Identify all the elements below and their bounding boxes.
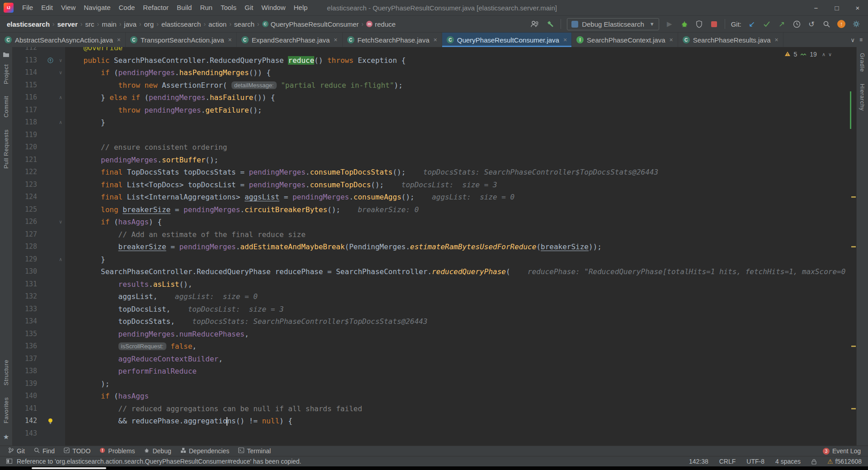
breadcrumb-item[interactable]: main (100, 19, 118, 29)
fold-marker-icon[interactable]: ∨ (56, 66, 65, 79)
close-icon[interactable]: × (563, 36, 567, 43)
editor-tab[interactable]: CAbstractSearchAsyncAction.java× (0, 33, 126, 47)
menu-file[interactable]: File (18, 0, 37, 15)
line-number[interactable]: 137 (13, 353, 44, 366)
line-number[interactable]: 136 (13, 340, 44, 353)
line-number[interactable]: 126 (13, 216, 44, 228)
line-number[interactable]: 138 (13, 365, 44, 378)
line-number[interactable]: 122 (13, 166, 44, 179)
code-text[interactable]: aggReduceContextBuilder, (65, 353, 856, 366)
breadcrumb-item[interactable]: mreduce (365, 19, 397, 29)
history-icon[interactable] (792, 19, 801, 29)
tool-window-button-find[interactable]: Find (29, 446, 59, 456)
fold-marker-icon[interactable]: ∧ (56, 253, 65, 266)
code-text[interactable]: if (hasAggs) { (65, 216, 856, 228)
code-text[interactable]: } (65, 116, 856, 129)
stop-icon[interactable] (710, 19, 719, 29)
close-icon[interactable]: × (117, 36, 121, 43)
line-number[interactable]: 141 (13, 403, 44, 415)
breadcrumb-item[interactable]: action (207, 19, 228, 29)
push-icon[interactable]: ↗ (777, 19, 786, 29)
tool-window-button-gradle[interactable]: Gradle (859, 53, 866, 72)
line-number[interactable]: 132 (13, 290, 44, 303)
warning-stripe-mark[interactable] (851, 346, 856, 347)
rollback-icon[interactable]: ↺ (807, 19, 816, 29)
chevron-up-icon[interactable]: ∧ (822, 52, 826, 57)
run-icon[interactable]: ▶ (665, 19, 674, 29)
coverage-icon[interactable] (695, 19, 704, 29)
commit-icon[interactable] (762, 19, 771, 29)
code-text[interactable]: ); (65, 378, 856, 390)
change-stripe-mark[interactable] (850, 91, 851, 129)
code-text[interactable]: results.asList(), (65, 278, 856, 291)
indent-style[interactable]: 4 spaces (775, 458, 801, 465)
line-number[interactable]: 131 (13, 278, 44, 291)
line-number[interactable]: 143 (13, 427, 44, 440)
line-number[interactable]: 139 (13, 378, 44, 390)
code-text[interactable]: final List<TopDocs> topDocsList = pendin… (65, 179, 856, 191)
line-separator[interactable]: CRLF (719, 458, 736, 465)
breadcrumb-item[interactable]: search (233, 19, 256, 29)
menu-refactor[interactable]: Refactor (139, 0, 173, 15)
breadcrumb-item[interactable]: elasticsearch (5, 19, 51, 29)
lock-icon[interactable] (811, 459, 816, 465)
code-text[interactable]: topDocsList, topDocsList: size = 3 (65, 303, 856, 316)
code-text[interactable]: long breakerSize = pendingMerges.circuit… (65, 204, 856, 216)
menu-run[interactable]: Run (196, 0, 217, 15)
close-button[interactable]: × (847, 0, 868, 15)
inspections-widget[interactable]: 5 19 ∧ ∨ (784, 51, 832, 58)
line-number[interactable]: 127 (13, 228, 44, 241)
run-configuration-selector[interactable]: Debug Elasticsearch▼ (567, 18, 659, 30)
code-text[interactable]: // Add an estimate of the final reduce s… (65, 228, 856, 241)
code-text[interactable]: && reducePhase.aggregations() != null) { (65, 415, 856, 427)
editor-scrollbar[interactable] (849, 47, 856, 446)
update-project-icon[interactable]: ↙ (747, 19, 756, 29)
line-number[interactable]: 121 (13, 154, 44, 166)
settings-icon[interactable] (852, 19, 861, 29)
menu-git[interactable]: Git (241, 0, 257, 15)
close-icon[interactable]: × (434, 36, 437, 43)
line-number[interactable]: 119 (13, 129, 44, 142)
editor-tab[interactable]: CFetchSearchPhase.java× (343, 33, 442, 47)
fold-marker-icon[interactable]: ∧ (56, 116, 65, 129)
code-text[interactable]: // ensure consistent ordering (65, 141, 856, 154)
code-text[interactable]: isScrollRequest: false, (65, 340, 856, 353)
menu-view[interactable]: View (57, 0, 80, 15)
maximize-button[interactable]: □ (826, 0, 847, 15)
file-encoding[interactable]: UTF-8 (746, 458, 764, 465)
users-icon[interactable] (530, 19, 540, 29)
line-number[interactable]: 118 (13, 116, 44, 129)
intention-bulb-icon[interactable] (44, 415, 56, 427)
line-number[interactable]: 130 (13, 266, 44, 278)
line-number[interactable]: 123 (13, 179, 44, 191)
tool-window-button-hierarchy[interactable]: Hierarchy (859, 84, 866, 111)
breadcrumb-item[interactable]: server (56, 19, 79, 29)
tool-window-button-commit[interactable]: Commit (3, 96, 9, 118)
line-number[interactable]: 117 (13, 104, 44, 117)
chevron-down-icon[interactable]: ∨ (828, 52, 832, 57)
line-number[interactable]: 113 (13, 54, 44, 67)
fold-marker-icon[interactable]: ∧ (56, 91, 65, 104)
tool-window-button-favorites[interactable]: Favorites (3, 397, 9, 423)
tool-window-button-dependencies[interactable]: Dependencies (176, 446, 234, 456)
menu-tools[interactable]: Tools (217, 0, 241, 15)
line-number[interactable]: 124 (13, 191, 44, 204)
warning-stripe-mark[interactable] (851, 246, 856, 247)
event-log-button[interactable]: 3 Event Log (823, 447, 864, 455)
code-text[interactable]: pendingMerges.numReducePhases, (65, 328, 856, 341)
code-text[interactable]: } else if (pendingMerges.hasFailure()) { (65, 91, 856, 104)
breadcrumb-item[interactable]: src (84, 19, 95, 29)
search-everywhere-icon[interactable] (822, 19, 831, 29)
line-number[interactable]: 116 (13, 91, 44, 104)
line-number[interactable]: 140 (13, 390, 44, 403)
tool-window-button-todo[interactable]: TODO (59, 446, 95, 456)
line-number[interactable]: 133 (13, 303, 44, 316)
breadcrumb-item[interactable]: CQueryPhaseResultConsumer (261, 19, 360, 29)
tool-window-button-project[interactable]: Project (3, 64, 9, 84)
close-icon[interactable]: × (334, 36, 337, 43)
editor-tab[interactable]: CQueryPhaseResultConsumer.java× (442, 33, 572, 47)
code-text[interactable] (65, 427, 856, 440)
line-number[interactable]: 134 (13, 315, 44, 328)
menu-build[interactable]: Build (173, 0, 196, 15)
breadcrumb-item[interactable]: org (143, 19, 156, 29)
